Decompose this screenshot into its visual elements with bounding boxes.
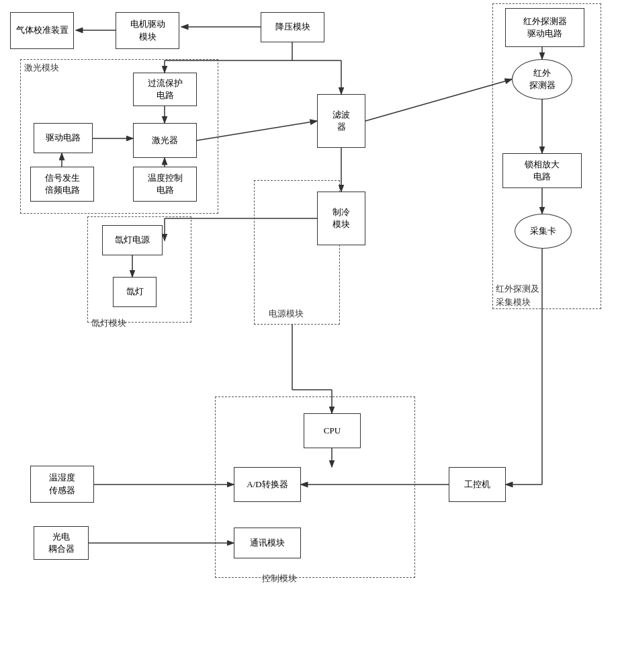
svg-line-13: [365, 79, 512, 121]
svg-line-30: [197, 121, 317, 140]
arrows-svg: [0, 0, 618, 672]
system-diagram: 激光模块 氙灯模块 电源模块 红外探测及采集模块 控制模块 气体校准装置 电机驱…: [0, 0, 618, 672]
